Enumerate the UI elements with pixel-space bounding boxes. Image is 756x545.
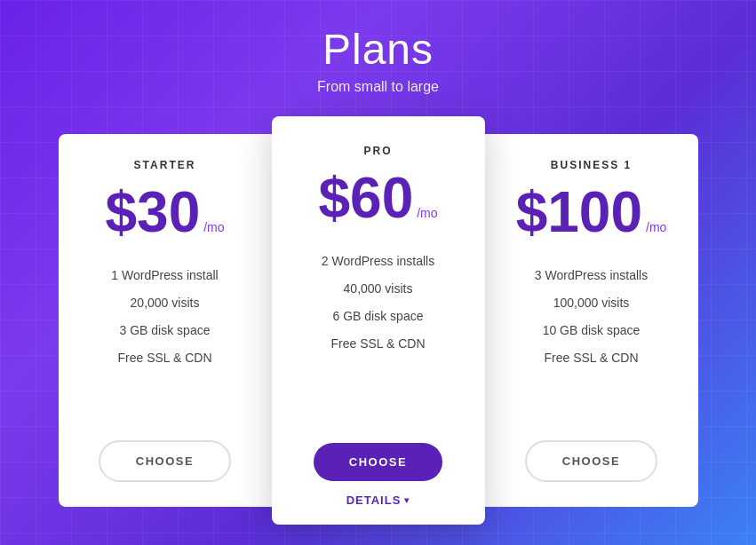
feature-item: 20,000 visits xyxy=(111,289,218,317)
page-title: Plans xyxy=(317,25,439,74)
plan-price-pro: $60 /mo xyxy=(318,170,437,226)
price-amount-business1: $100 xyxy=(516,184,642,241)
plan-name-starter: STARTER xyxy=(134,159,196,171)
price-period-pro: /mo xyxy=(417,206,437,220)
plan-price-business1: $100 /mo xyxy=(516,184,667,241)
feature-item: Free SSL & CDN xyxy=(322,330,434,358)
page-subtitle: From small to large xyxy=(317,79,439,95)
feature-item: 1 WordPress install xyxy=(111,262,218,289)
feature-item: 2 WordPress installs xyxy=(322,248,434,275)
feature-item: 3 GB disk space xyxy=(111,317,218,344)
price-amount-starter: $30 xyxy=(105,184,200,241)
feature-item: 40,000 visits xyxy=(322,275,434,303)
feature-item: 6 GB disk space xyxy=(322,303,434,330)
feature-item: Free SSL & CDN xyxy=(111,344,218,372)
details-link-pro[interactable]: DETAILS ▾ xyxy=(346,494,410,507)
choose-button-starter[interactable]: CHOOSE xyxy=(99,440,231,482)
plan-card-pro: PRO $60 /mo 2 WordPress installs 40,000 … xyxy=(272,116,485,525)
price-period-business1: /mo xyxy=(646,220,666,234)
choose-button-pro[interactable]: CHOOSE xyxy=(314,443,442,481)
plan-name-pro: PRO xyxy=(363,145,392,157)
plan-features-business1: 3 WordPress installs 100,000 visits 10 G… xyxy=(535,262,648,415)
feature-item: 3 WordPress installs xyxy=(535,262,648,289)
plan-price-starter: $30 /mo xyxy=(105,184,224,241)
details-label: DETAILS xyxy=(346,494,402,507)
feature-item: 100,000 visits xyxy=(535,289,648,317)
plan-card-business1: BUSINESS 1 $100 /mo 3 WordPress installs… xyxy=(485,134,698,507)
plan-name-business1: BUSINESS 1 xyxy=(551,159,632,171)
feature-item: Free SSL & CDN xyxy=(535,344,648,372)
choose-button-business1[interactable]: CHOOSE xyxy=(525,440,657,482)
plan-card-starter: STARTER $30 /mo 1 WordPress install 20,0… xyxy=(59,134,272,507)
price-amount-pro: $60 xyxy=(318,170,413,226)
plans-container: STARTER $30 /mo 1 WordPress install 20,0… xyxy=(0,116,756,545)
plan-features-pro: 2 WordPress installs 40,000 visits 6 GB … xyxy=(322,248,434,418)
page-content: Plans From small to large STARTER $30 /m… xyxy=(0,0,756,545)
chevron-down-icon: ▾ xyxy=(404,495,410,505)
price-period-starter: /mo xyxy=(203,220,224,234)
header: Plans From small to large xyxy=(317,0,439,116)
plan-features-starter: 1 WordPress install 20,000 visits 3 GB d… xyxy=(111,262,218,415)
feature-item: 10 GB disk space xyxy=(535,317,648,344)
